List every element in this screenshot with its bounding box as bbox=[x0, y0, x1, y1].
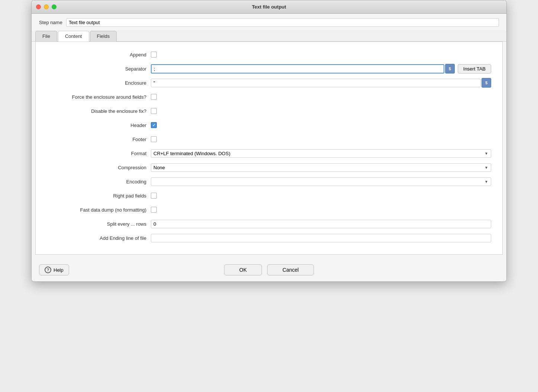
add-ending-line-control bbox=[151, 234, 491, 242]
compression-control: None Zip GZip BZip2 bbox=[151, 163, 491, 172]
cancel-button[interactable]: Cancel bbox=[267, 264, 314, 275]
append-control bbox=[151, 52, 491, 58]
header-row: Header bbox=[47, 120, 491, 130]
header-label: Header bbox=[47, 122, 151, 128]
maximize-button[interactable] bbox=[52, 4, 56, 9]
step-name-row: Step name bbox=[32, 14, 506, 30]
split-rows-input[interactable] bbox=[151, 220, 491, 228]
enclosure-dollar-button[interactable]: $ bbox=[482, 78, 491, 88]
separator-dollar-button[interactable]: $ bbox=[445, 64, 455, 74]
enclosure-control: $ bbox=[151, 78, 491, 88]
force-enclosure-checkbox[interactable] bbox=[151, 94, 157, 100]
split-rows-row: Split every ... rows bbox=[47, 219, 491, 229]
enclosure-label: Enclosure bbox=[47, 80, 151, 86]
separator-row: Separator $ Insert TAB bbox=[47, 63, 491, 74]
insert-tab-button[interactable]: Insert TAB bbox=[458, 64, 491, 74]
enclosure-input-group: $ bbox=[151, 78, 491, 88]
compression-dropdown[interactable]: None Zip GZip BZip2 bbox=[151, 163, 491, 172]
force-enclosure-row: Force the enclosure around fields? bbox=[47, 92, 491, 102]
tab-fields[interactable]: Fields bbox=[90, 31, 117, 42]
format-control: CR+LF terminated (Windows. DOS) LF termi… bbox=[151, 149, 491, 158]
footer-row: Footer bbox=[47, 134, 491, 144]
format-dropdown-wrapper: CR+LF terminated (Windows. DOS) LF termi… bbox=[151, 149, 491, 158]
compression-label: Compression bbox=[47, 165, 151, 170]
action-buttons: OK Cancel bbox=[224, 264, 314, 275]
step-name-input[interactable] bbox=[66, 18, 499, 27]
fast-data-dump-checkbox[interactable] bbox=[151, 207, 157, 213]
separator-label: Separator bbox=[47, 66, 151, 72]
append-label: Append bbox=[47, 52, 151, 58]
help-button[interactable]: ? Help bbox=[39, 264, 69, 275]
enclosure-input[interactable] bbox=[151, 79, 481, 87]
tab-file[interactable]: File bbox=[35, 31, 57, 42]
encoding-dropdown[interactable]: UTF-8 ISO-8859-1 UTF-16 bbox=[151, 177, 491, 186]
force-enclosure-label: Force the enclosure around fields? bbox=[47, 94, 151, 100]
help-label: Help bbox=[54, 267, 64, 273]
right-pad-fields-control bbox=[151, 193, 491, 199]
add-ending-line-label: Add Ending line of file bbox=[47, 235, 151, 241]
minimize-button[interactable] bbox=[44, 4, 49, 9]
window-title: Text file output bbox=[252, 4, 286, 10]
fast-data-dump-control bbox=[151, 207, 491, 213]
split-rows-control bbox=[151, 220, 491, 228]
content-panel: Append Separator $ Insert TAB Enclosure bbox=[35, 42, 503, 255]
add-ending-line-row: Add Ending line of file bbox=[47, 233, 491, 243]
help-icon: ? bbox=[45, 267, 51, 273]
ok-button[interactable]: OK bbox=[224, 264, 262, 275]
encoding-dropdown-wrapper: UTF-8 ISO-8859-1 UTF-16 bbox=[151, 177, 491, 186]
footer-control bbox=[151, 136, 491, 142]
header-checkbox[interactable] bbox=[151, 122, 157, 128]
main-window: Text file output Step name File Content … bbox=[31, 0, 507, 282]
fast-data-dump-label: Fast data dump (no formatting) bbox=[47, 207, 151, 213]
disable-enclosure-fix-row: Disable the enclosure fix? bbox=[47, 106, 491, 116]
encoding-label: Encoding bbox=[47, 179, 151, 184]
add-ending-line-input[interactable] bbox=[151, 234, 491, 242]
close-button[interactable] bbox=[36, 4, 41, 9]
right-pad-fields-checkbox[interactable] bbox=[151, 193, 157, 199]
tabs-container: File Content Fields bbox=[32, 30, 506, 42]
header-control bbox=[151, 122, 491, 128]
encoding-row: Encoding UTF-8 ISO-8859-1 UTF-16 bbox=[47, 176, 491, 187]
right-pad-fields-label: Right pad fields bbox=[47, 193, 151, 199]
append-checkbox[interactable] bbox=[151, 52, 157, 58]
compression-dropdown-wrapper: None Zip GZip BZip2 bbox=[151, 163, 491, 172]
encoding-control: UTF-8 ISO-8859-1 UTF-16 bbox=[151, 177, 491, 186]
footer-label: Footer bbox=[47, 137, 151, 142]
format-dropdown[interactable]: CR+LF terminated (Windows. DOS) LF termi… bbox=[151, 149, 491, 158]
format-row: Format CR+LF terminated (Windows. DOS) L… bbox=[47, 148, 491, 159]
format-label: Format bbox=[47, 151, 151, 156]
bottom-area: ? Help OK Cancel bbox=[32, 258, 506, 281]
disable-enclosure-fix-checkbox[interactable] bbox=[151, 108, 157, 114]
disable-enclosure-fix-label: Disable the enclosure fix? bbox=[47, 108, 151, 114]
append-row: Append bbox=[47, 49, 491, 60]
title-bar: Text file output bbox=[32, 0, 506, 14]
step-name-label: Step name bbox=[39, 20, 62, 25]
tab-content[interactable]: Content bbox=[58, 31, 89, 42]
separator-input[interactable] bbox=[151, 64, 444, 74]
right-pad-fields-row: Right pad fields bbox=[47, 190, 491, 201]
footer-checkbox[interactable] bbox=[151, 136, 157, 142]
split-rows-label: Split every ... rows bbox=[47, 221, 151, 227]
force-enclosure-control bbox=[151, 94, 491, 100]
separator-input-group: $ Insert TAB bbox=[151, 64, 491, 74]
disable-enclosure-fix-control bbox=[151, 108, 491, 114]
separator-control: $ Insert TAB bbox=[151, 64, 491, 74]
fast-data-dump-row: Fast data dump (no formatting) bbox=[47, 205, 491, 215]
enclosure-row: Enclosure $ bbox=[47, 78, 491, 88]
compression-row: Compression None Zip GZip BZip2 bbox=[47, 162, 491, 173]
traffic-lights bbox=[36, 4, 56, 9]
